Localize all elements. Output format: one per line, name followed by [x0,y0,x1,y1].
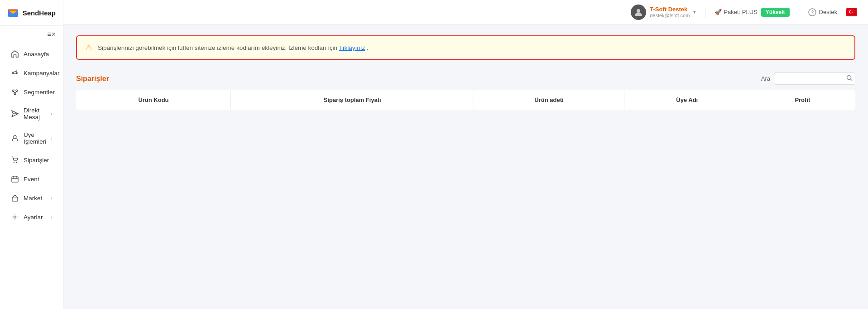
svg-rect-3 [8,10,18,11]
logo-area: SendHeap [0,0,63,26]
svg-point-4 [17,73,18,74]
header: T-Soft Destek destek@tsoft.com ▾ 🚀 Paket… [63,0,868,24]
svg-point-12 [14,135,16,138]
logo-icon [7,6,19,19]
settings-icon [11,213,19,221]
chevron-right-icon-4: › [51,215,52,220]
sidebar: SendHeap ≡× Anasayfa Kampanyalar Segment… [0,0,63,309]
table-header-row: Ürün Kodu Sipariş toplam Fiyatı Ürün ade… [77,91,855,110]
warning-text: Siparişlerinizi görebilmek için lütfen s… [98,44,369,51]
warning-icon: ⚠ [85,43,92,53]
avatar [631,5,646,20]
svg-point-24 [847,76,851,80]
sidebar-item-market[interactable]: Market › [3,189,60,207]
sidebar-item-anasayfa[interactable]: Anasayfa [3,45,60,63]
user-icon [11,134,19,142]
col-urun-adeti: Ürün adeti [474,91,624,110]
user-email: destek@tsoft.com [650,13,690,18]
col-uye-adi: Üye Adı [624,91,750,110]
destek-label: Destek [819,9,837,15]
svg-point-13 [14,162,14,163]
col-siparis-toplam-fiyati: Sipariş toplam Fiyatı [230,91,474,110]
rocket-icon: 🚀 [715,9,722,15]
svg-point-14 [16,162,17,163]
header-divider [705,7,705,18]
warning-link[interactable]: Tıklayınız [339,44,365,51]
sidebar-item-event[interactable]: Event [3,170,60,188]
col-profit: Profit [750,91,855,110]
sidebar-item-kampanyalar[interactable]: Kampanyalar [3,64,60,82]
paket-label: 🚀 Paket: PLUS [715,9,757,15]
segments-icon [11,88,19,96]
chevron-right-icon-2: › [51,136,52,141]
chevron-right-icon: › [51,111,52,116]
data-table: Ürün Kodu Sipariş toplam Fiyatı Ürün ade… [76,90,855,110]
search-button[interactable] [846,75,853,82]
send-icon [11,110,19,118]
hamburger-icon: ≡× [47,30,56,39]
header-divider-2 [799,7,799,18]
svg-text:?: ? [811,10,814,15]
svg-rect-15 [12,177,18,182]
sidebar-item-event-label: Event [24,176,39,183]
yukselt-button[interactable]: Yükselt [761,8,790,17]
warning-banner: ⚠ Siparişlerinizi görebilmek için lütfen… [76,35,855,60]
sidebar-item-kampanyalar-label: Kampanyalar [24,70,60,77]
sidebar-item-ayarlar-label: Ayarlar [24,214,43,221]
sidebar-item-market-label: Market [24,195,42,202]
sidebar-item-uye-islemleri-label: Üye İşlemleri [24,131,46,145]
svg-point-7 [14,93,16,95]
event-icon [11,175,19,183]
search-label: Ara [761,75,770,82]
home-icon [11,50,19,58]
sidebar-item-segmentler[interactable]: Segmentler [3,83,60,101]
svg-line-25 [851,79,853,81]
search-input-wrap [774,72,855,85]
destek-area[interactable]: ? Destek [808,8,837,16]
sidebar-item-uye-islemleri[interactable]: Üye İşlemleri › [3,127,60,150]
header-user[interactable]: T-Soft Destek destek@tsoft.com ▾ [631,5,696,20]
svg-line-9 [15,92,17,93]
search-input[interactable] [774,72,855,85]
section-title: Siparişler [76,75,109,83]
col-urun-kodu: Ürün Kodu [77,91,231,110]
svg-point-5 [12,90,14,92]
svg-point-6 [16,90,18,92]
sidebar-item-siparisler-label: Siparişler [24,157,49,164]
search-icon [846,75,853,81]
market-icon [11,194,19,202]
svg-line-8 [13,92,15,93]
table-head: Ürün Kodu Sipariş toplam Fiyatı Ürün ade… [77,91,855,110]
cart-icon [11,156,19,164]
logo-text: SendHeap [23,9,56,17]
svg-point-21 [637,9,640,13]
user-info: T-Soft Destek destek@tsoft.com [650,6,690,18]
sidebar-item-segmentler-label: Segmentler [24,89,55,96]
flag-tr [846,8,857,16]
megaphone-icon [11,69,19,77]
user-name: T-Soft Destek [650,6,690,13]
main-content: T-Soft Destek destek@tsoft.com ▾ 🚀 Paket… [63,0,868,309]
nav-items: Anasayfa Kampanyalar Segmentler Direkt M… [0,43,63,228]
paket-area: 🚀 Paket: PLUS Yükselt [715,8,789,17]
chevron-right-icon-3: › [51,196,52,201]
section-header: Siparişler Ara [76,72,855,85]
sidebar-toggle[interactable]: ≡× [0,26,63,43]
sidebar-item-ayarlar[interactable]: Ayarlar › [3,208,60,226]
svg-point-20 [14,216,16,218]
help-circle-icon: ? [808,8,816,16]
sidebar-item-direkt-mesaj[interactable]: Direkt Mesaj › [3,102,60,125]
sidebar-item-anasayfa-label: Anasayfa [24,51,49,58]
sidebar-item-direkt-mesaj-label: Direkt Mesaj [24,107,46,121]
page-content: ⚠ Siparişlerinizi görebilmek için lütfen… [63,24,868,309]
chevron-down-icon: ▾ [693,9,696,15]
search-area: Ara [761,72,855,85]
svg-rect-19 [12,197,18,201]
sidebar-item-siparisler[interactable]: Siparişler [3,151,60,169]
